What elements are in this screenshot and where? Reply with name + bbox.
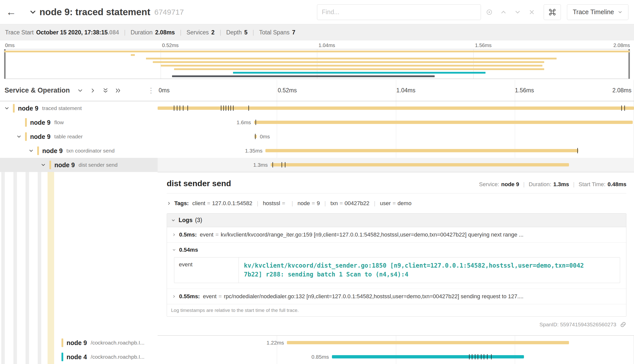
expand-all-double-chevron-icon[interactable] <box>115 87 121 94</box>
span-id-value: 5597415943526560273 <box>560 322 616 328</box>
minimap-span-bar <box>172 75 435 77</box>
span-name-text: node 9flow <box>0 115 158 130</box>
service-value: node 9 <box>501 181 519 188</box>
tag-separator: | <box>374 200 375 207</box>
trace-view-selector-button[interactable]: Trace Timeline <box>567 4 628 20</box>
span-log-marker <box>272 162 273 167</box>
span-timeline-cell[interactable]: 1.3ms <box>158 158 634 172</box>
span-name-cell[interactable]: node 9/cockroach.roachpb.I... <box>0 336 158 350</box>
find-input[interactable] <box>317 4 481 20</box>
span-timeline-cell[interactable]: 1.6ms <box>158 115 634 130</box>
log-field-value-cell: kv/kvclient/kvcoord/dist_sender.go:1850 … <box>239 258 620 283</box>
span-row: node 4/cockroach.roachpb.I...0.85ms <box>0 350 634 364</box>
span-duration-bar[interactable] <box>332 355 524 358</box>
time-tick-label: 2.08ms <box>612 87 631 94</box>
span-duration-bar[interactable] <box>271 163 569 166</box>
span-timeline-cell[interactable]: 1.22ms <box>158 336 634 350</box>
summary-item-label: Duration <box>131 29 153 36</box>
timeline-ticks-header: 0ms0.52ms1.04ms1.56ms2.08ms <box>158 80 634 101</box>
log-row-expanded-header[interactable]: 0.54ms <box>172 247 621 253</box>
collapse-all-double-chevron-icon[interactable] <box>102 87 109 94</box>
trace-header-chevron-down-icon[interactable] <box>29 8 37 16</box>
collapse-one-icon[interactable] <box>77 87 83 94</box>
expand-one-icon[interactable] <box>90 87 96 94</box>
span-log-marker <box>248 105 249 111</box>
find-focus-icon[interactable] <box>483 4 495 20</box>
span-row: node 9/cockroach.roachpb.I...1.22ms <box>0 336 634 350</box>
span-operation-name: /cockroach.roachpb.I... <box>91 340 144 346</box>
tag-key: hostssl <box>263 200 280 207</box>
start-time-label: Start Time: <box>579 181 605 188</box>
service-color-chip <box>49 161 51 169</box>
service-label: Service: <box>479 181 499 188</box>
logs-body: 0.5ms:event=kv/kvclient/kvcoord/range_it… <box>167 227 626 304</box>
deep-link-icon[interactable] <box>620 321 626 328</box>
span-log-marker <box>177 105 177 111</box>
find-prev-chevron-up-icon[interactable] <box>498 4 509 20</box>
tag-value: 00427b22 <box>345 200 369 207</box>
span-expander-chevron-icon[interactable] <box>16 134 22 139</box>
span-name-cell[interactable]: node 9traced statement <box>0 101 158 115</box>
service-operation-title: Service & Operation <box>5 87 70 94</box>
span-log-marker <box>478 354 478 359</box>
span-timeline-cell[interactable]: 0.85ms <box>158 350 634 364</box>
time-tick-label: 0ms <box>159 87 170 94</box>
span-timeline-cell[interactable]: 0ms <box>158 130 634 144</box>
span-name-cell[interactable]: node 4/cockroach.roachpb.I... <box>0 350 158 364</box>
log-row[interactable]: 0.5ms:event=kv/kvclient/kvcoord/range_it… <box>167 227 626 243</box>
span-expander-chevron-icon[interactable] <box>4 105 10 111</box>
tag-value: 127.0.0.1:54582 <box>212 200 252 207</box>
logs-count: (3) <box>195 217 202 224</box>
span-service-name: node 9 <box>18 105 38 112</box>
summary-item-value: 2 <box>211 29 215 36</box>
tags-row[interactable]: Tags: client=127.0.0.1:54582|hostssl=|no… <box>167 200 626 207</box>
page-title: node 9: traced statement <box>39 7 150 17</box>
span-name-cell[interactable]: node 9flow <box>0 115 158 130</box>
minimap-left-drag-handle[interactable] <box>4 49 6 79</box>
span-detail-row: dist sender send Service: node 9 | Durat… <box>0 172 634 336</box>
span-timeline-cell[interactable] <box>158 101 634 115</box>
span-service-name: node 9 <box>30 119 51 126</box>
duration-label: Duration: <box>529 181 551 188</box>
span-duration-bar[interactable] <box>158 106 634 110</box>
span-expander-chevron-icon[interactable] <box>40 162 46 168</box>
tag-key: client <box>192 200 205 207</box>
logs-header[interactable]: Logs (3) <box>167 213 626 227</box>
log-row[interactable]: 0.55ms:event=rpc/nodedialer/nodedialer.g… <box>167 289 626 304</box>
summary-item-label: Services <box>186 29 209 36</box>
span-duration-bar[interactable] <box>287 341 569 344</box>
find-controls: Trace Timeline <box>317 4 628 20</box>
log-timestamp: 0.54ms <box>179 247 198 253</box>
span-duration-bar[interactable] <box>254 121 633 124</box>
span-duration-bar[interactable] <box>265 149 578 152</box>
log-field-key-cell: event <box>174 258 239 283</box>
minimap-grid-line <box>161 49 161 79</box>
span-row: node 9table reader0ms <box>0 130 634 144</box>
span-expander-chevron-icon[interactable] <box>28 148 34 154</box>
find-clear-close-icon[interactable] <box>526 4 538 20</box>
summary-item-value-fraction: .084 <box>108 29 119 36</box>
span-timeline-cell[interactable]: 1.35ms <box>158 144 634 158</box>
span-duration-label: 0ms <box>260 134 270 140</box>
top-bar: ← node 9: traced statement 6749717 Trace… <box>0 0 634 24</box>
back-button[interactable]: ← <box>0 0 22 24</box>
time-tick-label: 0.52ms <box>278 87 297 94</box>
span-name-cell[interactable]: node 9table reader <box>0 130 158 144</box>
column-resize-grip[interactable]: ⋮ <box>147 80 155 101</box>
minimap-canvas[interactable] <box>4 49 630 79</box>
trace-summary-bar: Trace StartOctober 15 2020, 17:38:15.084… <box>0 24 634 40</box>
log-chevron-right-icon <box>172 294 176 298</box>
span-name-text: node 4/cockroach.roachpb.I... <box>0 350 158 364</box>
span-log-marker <box>226 105 226 111</box>
log-row-expanded: 0.54mseventkv/kvclient/kvcoord/dist_send… <box>167 243 626 289</box>
minimap-grid-line <box>473 49 474 79</box>
log-timestamp: 0.55ms: <box>179 293 200 300</box>
keyboard-shortcuts-button[interactable] <box>544 4 561 20</box>
find-next-chevron-down-icon[interactable] <box>512 4 523 20</box>
trace-id: 6749717 <box>154 8 184 16</box>
span-duration-label: 1.22ms <box>267 340 284 346</box>
span-name-cell[interactable]: node 9txn coordinator send <box>0 144 158 158</box>
minimap-right-drag-handle[interactable] <box>628 49 630 79</box>
span-service-name: node 9 <box>30 133 51 140</box>
span-name-cell[interactable]: node 9dist sender send <box>0 158 158 172</box>
